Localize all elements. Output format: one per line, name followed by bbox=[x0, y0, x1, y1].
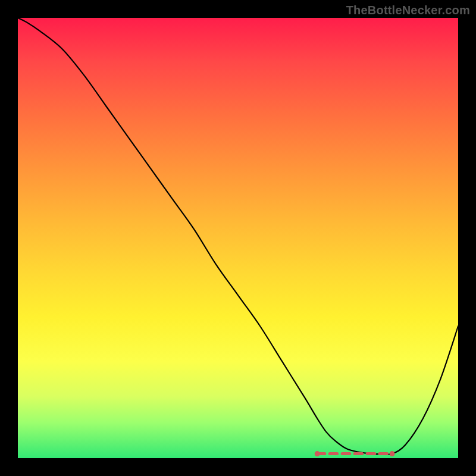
watermark-text: TheBottleNecker.com bbox=[346, 4, 470, 17]
optimal-range-endpoint bbox=[390, 451, 395, 456]
bottleneck-curve bbox=[18, 18, 458, 455]
curve-svg bbox=[18, 18, 458, 458]
chart-frame: TheBottleNecker.com bbox=[0, 0, 476, 476]
plot-area bbox=[18, 18, 458, 458]
